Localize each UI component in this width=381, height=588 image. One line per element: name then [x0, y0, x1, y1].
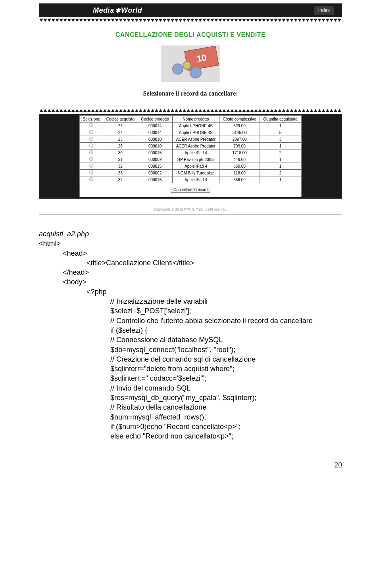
zigzag-divider-icon [39, 107, 342, 114]
radio-cell[interactable] [80, 143, 103, 149]
table-cell: 000010 [138, 143, 172, 149]
code-line: // Risultato della cancellazione [39, 402, 342, 412]
table-cell: 000015 [138, 163, 172, 170]
code-line: $res=mysql_db_query("my_cpala", $sqlinte… [39, 393, 342, 402]
logo-prefix: Media [93, 6, 114, 15]
code-line: // Creazione del comando sql di cancella… [39, 354, 342, 364]
table-cell: 000014 [138, 123, 172, 129]
table-cell: 2397.00 [219, 136, 260, 143]
code-block: acquisti_a2.php <html> <head> <title>Can… [0, 215, 381, 441]
table-cell: 24 [103, 129, 138, 136]
table-header: Codice acquisto [103, 116, 138, 123]
cancel-row: Cancellare il record [80, 183, 301, 197]
radio-cell[interactable] [80, 149, 103, 156]
table-cell: 449.00 [219, 156, 260, 163]
table-row: 32000015Apple iPad 4859.001 [80, 163, 301, 170]
code-line: $sqlinterr="delete from acquisti where"; [39, 364, 342, 373]
radio-cell[interactable] [80, 123, 103, 129]
table-header: Costo complessivo [219, 116, 260, 123]
table-cell: 1718.00 [219, 149, 260, 156]
table-cell: 000002 [138, 170, 172, 176]
table-cell: 34 [103, 176, 138, 183]
code-line: $sqlinterr.=" codacc='$selezi'"; [39, 373, 342, 383]
radio-icon[interactable] [89, 157, 93, 161]
screenshot-container: Media ✱ World Index CANCELLAZIONE DEGLI … [39, 3, 342, 215]
radio-icon[interactable] [89, 130, 93, 134]
zigzag-divider-icon [39, 17, 342, 24]
radio-icon[interactable] [89, 170, 93, 174]
page-number: 20 [0, 441, 381, 469]
table-cell: 000015 [138, 149, 172, 156]
index-button[interactable]: Index [314, 6, 334, 15]
code-line: <body> [39, 277, 342, 287]
table-row: 23000010ACER Aspire Predator2397.003 [80, 136, 301, 143]
radio-icon[interactable] [89, 177, 93, 181]
table-cell: 3145.00 [219, 129, 260, 136]
table-row: 27000014Apple I-PHONE 4S629.001 [80, 123, 301, 129]
table-box: SelezioneCodice acquistoCodice prodottoN… [79, 115, 302, 197]
code-line: // Connessione al database MySQL [39, 335, 342, 345]
table-header: Selezione [80, 116, 103, 123]
table-cell: 859.00 [219, 176, 260, 183]
radio-cell[interactable] [80, 176, 103, 183]
table-row: 30000015Apple iPad 41718.002 [80, 149, 301, 156]
table-cell: 33 [103, 170, 138, 176]
logo-suffix: World [121, 6, 142, 15]
table-cell: 2 [260, 149, 301, 156]
radio-icon[interactable] [89, 150, 93, 154]
table-cell: 000010 [138, 136, 172, 143]
table-row: 34000015Apple iPad 4859.001 [80, 176, 301, 183]
header-bar: Media ✱ World Index [39, 4, 342, 17]
table-cell: 1 [260, 176, 301, 183]
table-cell: 118.00 [219, 170, 260, 176]
table-cell: 3 [260, 136, 301, 143]
code-line: $selezi=$_POST['selezi']; [39, 306, 342, 316]
table-cell: 629.00 [219, 123, 260, 129]
table-row: 24000014Apple I-PHONE 4S3145.005 [80, 129, 301, 136]
radio-icon[interactable] [89, 123, 93, 127]
code-filename: acquisti_a2.php [39, 229, 342, 239]
radio-icon[interactable] [89, 164, 93, 168]
money-image: 10 [161, 46, 220, 82]
table-cell: Apple I-PHONE 4S [172, 129, 219, 136]
code-line: // Inizializzazione delle variabili [39, 297, 342, 306]
table-cell: ACER Aspire Predator [172, 136, 219, 143]
radio-icon[interactable] [89, 137, 93, 141]
table-cell: 000009 [138, 156, 172, 163]
radio-icon[interactable] [89, 144, 93, 147]
radio-cell[interactable] [80, 129, 103, 136]
table-row: 33000002NGM Billy Turquoise118.002 [80, 170, 301, 176]
page-title: CANCELLAZIONE DEGLI ACQUISTI E VENDITE [39, 31, 342, 38]
radio-cell[interactable] [80, 136, 103, 143]
cancel-button[interactable]: Cancellare il record [171, 187, 210, 193]
table-cell: 799.00 [219, 143, 260, 149]
code-line: <title>Cancellazione Clienti</title> [39, 258, 342, 268]
radio-cell[interactable] [80, 170, 103, 176]
code-line: if ($selezi) { [39, 326, 342, 335]
table-cell: 1 [260, 143, 301, 149]
code-line: <head> [39, 249, 342, 258]
code-line: $num=mysql_affected_rows(); [39, 412, 342, 422]
table-cell: Apple iPad 4 [172, 176, 219, 183]
table-cell: 30 [103, 149, 138, 156]
logo-asterisk-icon: ✱ [115, 7, 121, 14]
table-cell: NGM Billy Turquoise [172, 170, 219, 176]
code-line: if ($num>0)echo "Record cancellato<p>"; [39, 422, 342, 431]
table-cell: 1 [260, 163, 301, 170]
subtitle: Selezionare il record da cancellare: [39, 90, 342, 97]
table-cell: 859.00 [219, 163, 260, 170]
table-cell: ACER Aspire Predator [172, 143, 219, 149]
table-header: Quantità acquistata [260, 116, 301, 123]
table-cell: HP Pavilion p6-2083i [172, 156, 219, 163]
radio-cell[interactable] [80, 156, 103, 163]
table-cell: 23 [103, 136, 138, 143]
table-cell: Apple iPad 4 [172, 163, 219, 170]
code-line: <?php [39, 287, 342, 297]
code-line: <html> [39, 239, 342, 248]
table-row: 26000010ACER Aspire Predator799.001 [80, 143, 301, 149]
code-line: // Invio del comando SQL [39, 383, 342, 393]
code-line: // Controllo che l'utente abbia selezion… [39, 316, 342, 326]
coin-icon [183, 61, 191, 70]
radio-cell[interactable] [80, 163, 103, 170]
code-line: </head> [39, 268, 342, 277]
